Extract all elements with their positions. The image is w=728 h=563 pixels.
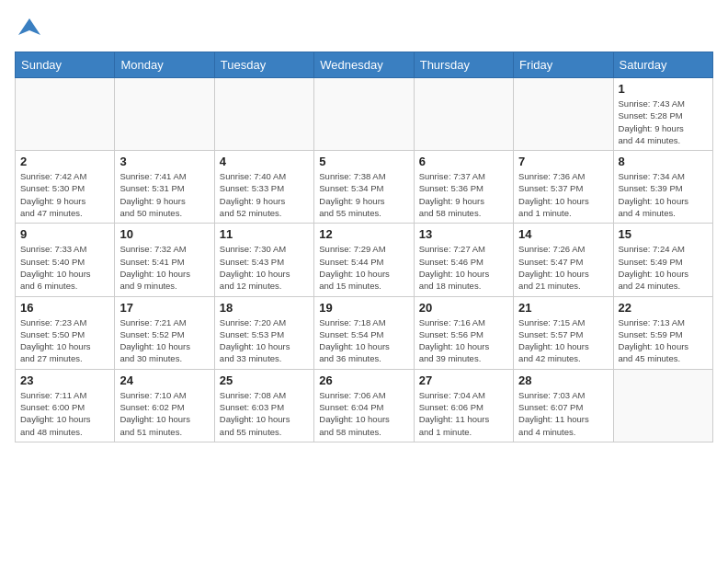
day-detail: Sunrise: 7:18 AM Sunset: 5:54 PM Dayligh… (319, 316, 408, 365)
day-number: 21 (518, 301, 608, 315)
calendar-week-3: 9Sunrise: 7:33 AM Sunset: 5:40 PM Daylig… (16, 224, 713, 296)
day-detail: Sunrise: 7:24 AM Sunset: 5:49 PM Dayligh… (619, 243, 708, 292)
calendar-cell: 15Sunrise: 7:24 AM Sunset: 5:49 PM Dayli… (613, 224, 712, 296)
calendar-cell: 26Sunrise: 7:06 AM Sunset: 6:04 PM Dayli… (314, 369, 414, 442)
day-number: 28 (518, 373, 608, 387)
calendar-cell: 1Sunrise: 7:43 AM Sunset: 5:28 PM Daylig… (613, 78, 712, 151)
calendar-cell: 5Sunrise: 7:38 AM Sunset: 5:34 PM Daylig… (314, 151, 414, 224)
calendar-cell: 12Sunrise: 7:29 AM Sunset: 5:44 PM Dayli… (314, 224, 414, 296)
calendar-cell: 24Sunrise: 7:10 AM Sunset: 6:02 PM Dayli… (115, 369, 214, 442)
calendar-cell: 20Sunrise: 7:16 AM Sunset: 5:56 PM Dayli… (414, 296, 513, 369)
calendar-cell (314, 78, 414, 151)
day-detail: Sunrise: 7:08 AM Sunset: 6:03 PM Dayligh… (220, 389, 309, 438)
svg-marker-0 (18, 18, 40, 35)
day-number: 26 (319, 373, 408, 387)
calendar-cell: 18Sunrise: 7:20 AM Sunset: 5:53 PM Dayli… (214, 296, 313, 369)
weekday-header-friday: Friday (514, 52, 613, 78)
day-number: 6 (419, 155, 508, 168)
weekday-header-tuesday: Tuesday (214, 52, 313, 78)
day-number: 9 (20, 227, 109, 241)
calendar-cell: 4Sunrise: 7:40 AM Sunset: 5:33 PM Daylig… (214, 151, 313, 224)
day-detail: Sunrise: 7:21 AM Sunset: 5:52 PM Dayligh… (119, 316, 209, 365)
day-detail: Sunrise: 7:36 AM Sunset: 5:37 PM Dayligh… (518, 170, 608, 219)
day-detail: Sunrise: 7:03 AM Sunset: 6:07 PM Dayligh… (518, 389, 608, 438)
day-detail: Sunrise: 7:11 AM Sunset: 6:00 PM Dayligh… (20, 389, 109, 438)
weekday-header-monday: Monday (115, 52, 214, 78)
day-number: 11 (220, 227, 309, 241)
day-number: 15 (619, 227, 708, 241)
calendar-cell: 19Sunrise: 7:18 AM Sunset: 5:54 PM Dayli… (314, 296, 414, 369)
calendar-cell: 16Sunrise: 7:23 AM Sunset: 5:50 PM Dayli… (16, 296, 115, 369)
logo-bird-icon (17, 15, 42, 40)
day-detail: Sunrise: 7:23 AM Sunset: 5:50 PM Dayligh… (20, 316, 109, 365)
day-number: 25 (220, 373, 309, 387)
day-number: 5 (319, 155, 408, 168)
calendar-week-5: 23Sunrise: 7:11 AM Sunset: 6:00 PM Dayli… (16, 369, 713, 442)
day-number: 18 (220, 301, 309, 315)
calendar-cell: 8Sunrise: 7:34 AM Sunset: 5:39 PM Daylig… (613, 151, 712, 224)
calendar-week-1: 1Sunrise: 7:43 AM Sunset: 5:28 PM Daylig… (16, 78, 713, 151)
day-detail: Sunrise: 7:20 AM Sunset: 5:53 PM Dayligh… (220, 316, 309, 365)
weekday-header-thursday: Thursday (414, 52, 513, 78)
day-number: 3 (119, 155, 209, 168)
day-detail: Sunrise: 7:06 AM Sunset: 6:04 PM Dayligh… (319, 389, 408, 438)
day-number: 12 (319, 227, 408, 241)
calendar-cell: 27Sunrise: 7:04 AM Sunset: 6:06 PM Dayli… (414, 369, 513, 442)
calendar-cell: 3Sunrise: 7:41 AM Sunset: 5:31 PM Daylig… (115, 151, 214, 224)
day-number: 20 (419, 301, 508, 315)
page-header (15, 15, 713, 40)
day-number: 16 (20, 301, 109, 315)
calendar-cell (414, 78, 513, 151)
day-detail: Sunrise: 7:37 AM Sunset: 5:36 PM Dayligh… (419, 170, 508, 219)
day-number: 14 (518, 227, 608, 241)
calendar-cell: 2Sunrise: 7:42 AM Sunset: 5:30 PM Daylig… (16, 151, 115, 224)
calendar-cell: 23Sunrise: 7:11 AM Sunset: 6:00 PM Dayli… (16, 369, 115, 442)
calendar-cell: 7Sunrise: 7:36 AM Sunset: 5:37 PM Daylig… (514, 151, 613, 224)
calendar-week-4: 16Sunrise: 7:23 AM Sunset: 5:50 PM Dayli… (16, 296, 713, 369)
day-number: 7 (518, 155, 608, 168)
weekday-header-sunday: Sunday (16, 52, 115, 78)
day-detail: Sunrise: 7:04 AM Sunset: 6:06 PM Dayligh… (419, 389, 508, 438)
calendar-table: SundayMondayTuesdayWednesdayThursdayFrid… (15, 52, 713, 442)
logo-line1 (15, 15, 42, 40)
day-number: 17 (119, 301, 209, 315)
day-detail: Sunrise: 7:26 AM Sunset: 5:47 PM Dayligh… (518, 243, 608, 292)
calendar-cell: 21Sunrise: 7:15 AM Sunset: 5:57 PM Dayli… (514, 296, 613, 369)
calendar-cell (214, 78, 313, 151)
calendar-cell: 11Sunrise: 7:30 AM Sunset: 5:43 PM Dayli… (214, 224, 313, 296)
calendar-cell (613, 369, 712, 442)
calendar-cell: 25Sunrise: 7:08 AM Sunset: 6:03 PM Dayli… (214, 369, 313, 442)
calendar-cell: 17Sunrise: 7:21 AM Sunset: 5:52 PM Dayli… (115, 296, 214, 369)
day-number: 19 (319, 301, 408, 315)
weekday-header-row: SundayMondayTuesdayWednesdayThursdayFrid… (16, 52, 713, 78)
day-number: 22 (619, 301, 708, 315)
day-detail: Sunrise: 7:30 AM Sunset: 5:43 PM Dayligh… (220, 243, 309, 292)
day-detail: Sunrise: 7:13 AM Sunset: 5:59 PM Dayligh… (619, 316, 708, 365)
day-detail: Sunrise: 7:16 AM Sunset: 5:56 PM Dayligh… (419, 316, 508, 365)
calendar-cell: 9Sunrise: 7:33 AM Sunset: 5:40 PM Daylig… (16, 224, 115, 296)
calendar-cell: 22Sunrise: 7:13 AM Sunset: 5:59 PM Dayli… (613, 296, 712, 369)
day-detail: Sunrise: 7:32 AM Sunset: 5:41 PM Dayligh… (119, 243, 209, 292)
day-detail: Sunrise: 7:15 AM Sunset: 5:57 PM Dayligh… (518, 316, 608, 365)
day-number: 2 (20, 155, 109, 168)
logo (15, 15, 42, 40)
day-detail: Sunrise: 7:41 AM Sunset: 5:31 PM Dayligh… (119, 170, 209, 219)
day-detail: Sunrise: 7:40 AM Sunset: 5:33 PM Dayligh… (220, 170, 309, 219)
day-number: 13 (419, 227, 508, 241)
calendar-cell: 14Sunrise: 7:26 AM Sunset: 5:47 PM Dayli… (514, 224, 613, 296)
calendar-cell (16, 78, 115, 151)
day-number: 4 (220, 155, 309, 168)
day-detail: Sunrise: 7:10 AM Sunset: 6:02 PM Dayligh… (119, 389, 209, 438)
calendar-cell: 10Sunrise: 7:32 AM Sunset: 5:41 PM Dayli… (115, 224, 214, 296)
day-number: 1 (619, 82, 708, 96)
day-number: 27 (419, 373, 508, 387)
weekday-header-saturday: Saturday (613, 52, 712, 78)
calendar-cell (514, 78, 613, 151)
day-detail: Sunrise: 7:33 AM Sunset: 5:40 PM Dayligh… (20, 243, 109, 292)
day-number: 24 (119, 373, 209, 387)
day-detail: Sunrise: 7:27 AM Sunset: 5:46 PM Dayligh… (419, 243, 508, 292)
calendar-cell: 6Sunrise: 7:37 AM Sunset: 5:36 PM Daylig… (414, 151, 513, 224)
day-number: 23 (20, 373, 109, 387)
weekday-header-wednesday: Wednesday (314, 52, 414, 78)
day-detail: Sunrise: 7:34 AM Sunset: 5:39 PM Dayligh… (619, 170, 708, 219)
